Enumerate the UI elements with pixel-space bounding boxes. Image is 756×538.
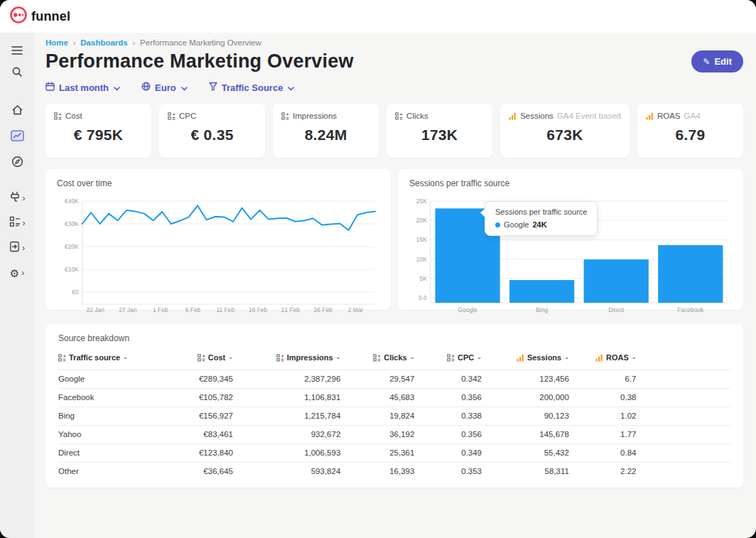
sidebar-settings-item[interactable]: ⚙ › — [10, 267, 24, 279]
kpi-card-cost[interactable]: Cost€ 795K — [45, 104, 151, 158]
svg-text:26 Feb: 26 Feb — [314, 306, 333, 313]
sidebar-explore-compass-icon[interactable] — [11, 155, 23, 168]
kpi-sublabel: GA4 Event based — [557, 112, 621, 120]
kpi-card-sessions[interactable]: SessionsGA4 Event based673K — [500, 104, 630, 158]
table-cell: Direct — [58, 443, 159, 462]
breadcrumb-separator: › — [133, 39, 135, 47]
kpi-row: Cost€ 795KCPC€ 0.35Impressions8.24MClick… — [45, 104, 743, 158]
funnel-logo[interactable]: funnel — [9, 6, 70, 27]
kpi-card-impressions[interactable]: Impressions8.24M — [273, 104, 379, 158]
svg-text:€20K: €20K — [65, 243, 79, 250]
column-header-impressions[interactable]: Impressions⌄ — [233, 349, 340, 370]
table-cell: 0.38 — [569, 388, 637, 407]
gear-icon: ⚙ — [10, 268, 19, 279]
breadcrumb-home-link[interactable]: Home — [45, 38, 68, 47]
kpi-label: Sessions — [520, 112, 554, 120]
kpi-value: € 0.35 — [168, 127, 256, 144]
chevron-right-icon: › — [21, 269, 24, 276]
svg-text:Direct: Direct — [608, 306, 625, 313]
svg-text:27 Jan: 27 Jan — [119, 306, 137, 313]
table-cell: Facebook — [58, 388, 159, 407]
grid-metric-icon — [281, 112, 289, 120]
cost-over-time-chart-card[interactable]: Cost over time €40K€30K€20K€10K€022 Jan2… — [45, 169, 391, 310]
column-header-traffic-source[interactable]: Traffic source⌄ — [58, 349, 159, 370]
table-row[interactable]: Facebook€105,7821,106,83145,6830.356200,… — [58, 388, 730, 407]
sidebar-home-icon[interactable] — [11, 104, 23, 117]
kpi-card-clicks[interactable]: Clicks173K — [387, 104, 492, 158]
sort-caret-icon: ⌄ — [632, 354, 637, 360]
kpi-card-roas[interactable]: ROASGA46.79 — [637, 104, 743, 158]
sidebar-export-item[interactable]: › — [9, 242, 25, 254]
currency-filter[interactable]: Euro — [141, 82, 188, 93]
table-row[interactable]: Google€289,3452,387,29629,5470.342123,45… — [58, 370, 730, 388]
table-row[interactable]: Other€36,645593,82416,3930.35358,3112.22 — [58, 462, 730, 480]
chevron-right-icon: › — [22, 244, 25, 252]
table-cell: 0.353 — [414, 462, 482, 480]
source-breakdown-table: Traffic source⌄Cost⌄Impressions⌄Clicks⌄C… — [58, 349, 730, 480]
grid-metric-icon — [54, 112, 62, 120]
chevron-right-icon: › — [23, 220, 26, 227]
sidebar-search-icon[interactable] — [11, 65, 23, 78]
svg-text:11 Feb: 11 Feb — [217, 306, 235, 313]
bar-chart-orange-icon — [595, 354, 603, 362]
table-row[interactable]: Yahoo€83,461932,67236,1920.356145,6781.7… — [58, 425, 730, 443]
kpi-sublabel: GA4 — [684, 112, 701, 120]
table-cell: 16,393 — [340, 462, 414, 480]
bar-chart-orange-icon — [646, 112, 654, 120]
kpi-label: CPC — [179, 112, 196, 120]
chart-title: Sessions per traffic source — [409, 178, 732, 188]
table-cell: 90,123 — [482, 407, 569, 425]
table-cell: €83,461 — [159, 425, 233, 443]
svg-text:€40K: €40K — [65, 198, 79, 205]
date-range-filter[interactable]: Last month — [45, 82, 120, 93]
table-row[interactable]: Direct€123,8401,006,59325,3610.34955,432… — [58, 443, 730, 462]
column-header-cpc[interactable]: CPC⌄ — [414, 349, 482, 370]
kpi-label: ROAS — [657, 112, 681, 120]
kpi-value: 173K — [395, 127, 484, 144]
table-row[interactable]: Bing€156,9271,215,78419,8240.33890,1231.… — [58, 407, 730, 425]
column-header-cost[interactable]: Cost⌄ — [159, 349, 233, 370]
svg-text:Facebook: Facebook — [677, 306, 704, 313]
column-header-clicks[interactable]: Clicks⌄ — [340, 349, 414, 370]
svg-text:Google: Google — [458, 306, 477, 313]
column-header-sessions[interactable]: Sessions⌄ — [482, 349, 569, 370]
sidebar: › › › ⚙ › — [0, 33, 34, 538]
sessions-bar-chart-card[interactable]: Sessions per traffic source 25K20K15K10K… — [398, 169, 743, 310]
kpi-label: Impressions — [293, 112, 337, 120]
table-cell: 1,215,784 — [233, 407, 340, 425]
svg-text:15K: 15K — [416, 236, 427, 243]
breadcrumb-dashboards-link[interactable]: Dashboards — [80, 38, 127, 47]
currency-icon — [141, 82, 151, 93]
sidebar-menu-icon[interactable] — [11, 44, 23, 57]
table-cell: 2.22 — [569, 462, 637, 480]
table-cell: €156,927 — [159, 407, 233, 425]
kpi-value: 673K — [509, 127, 621, 144]
table-cell: 0.356 — [414, 388, 482, 407]
column-header-roas[interactable]: ROAS⌄ — [569, 349, 637, 370]
svg-text:0.0: 0.0 — [418, 294, 427, 301]
kpi-value: € 795K — [54, 127, 143, 144]
blocks-icon — [9, 216, 21, 230]
sort-caret-icon: ⌄ — [410, 354, 415, 360]
kpi-card-cpc[interactable]: CPC€ 0.35 — [159, 104, 265, 158]
chart-title: Cost over time — [57, 178, 379, 188]
sidebar-data-item[interactable]: › — [9, 217, 26, 230]
sidebar-connectors-item[interactable]: › — [9, 192, 26, 205]
table-cell: 0.356 — [414, 425, 482, 443]
breadcrumb-separator: › — [73, 39, 75, 47]
table-cell: 25,361 — [340, 443, 414, 462]
chevron-down-icon — [288, 82, 294, 93]
source-breakdown-card: Source breakdown Traffic source⌄Cost⌄Imp… — [45, 324, 743, 488]
kpi-label: Clicks — [406, 112, 428, 120]
bar-chart-orange-icon — [517, 354, 524, 362]
table-cell: €36,645 — [159, 462, 233, 480]
edit-button[interactable]: ✎ Edit — [691, 50, 743, 72]
table-cell: Yahoo — [58, 425, 159, 443]
breadcrumb-current: Performance Marketing Overview — [140, 38, 261, 47]
traffic-source-filter[interactable]: Traffic Source — [209, 82, 295, 93]
table-cell: 0.84 — [569, 443, 637, 462]
sort-caret-icon: ⌄ — [477, 354, 482, 360]
series-dot-icon — [495, 222, 500, 227]
sort-caret-icon: ⌄ — [228, 354, 233, 360]
sidebar-dashboards-icon-active[interactable] — [11, 129, 24, 142]
